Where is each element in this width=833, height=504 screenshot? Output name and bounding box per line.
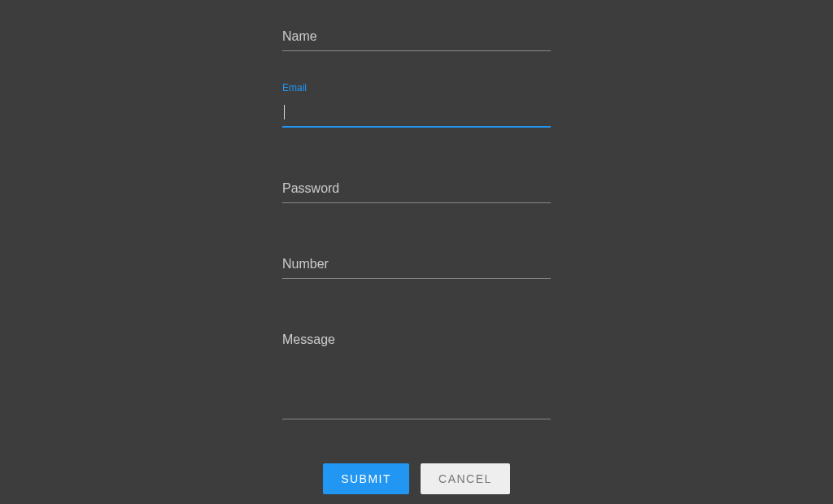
number-field-group [282,250,551,279]
message-field-group [282,326,551,423]
name-input[interactable] [282,23,551,51]
form-container: Email SUBMIT CANCEL [282,0,551,494]
number-input[interactable] [282,250,551,279]
cancel-button[interactable]: CANCEL [421,463,510,494]
password-input[interactable] [282,175,551,203]
password-field-group [282,175,551,203]
submit-button[interactable]: SUBMIT [323,463,409,494]
email-field-group: Email [282,98,551,128]
button-row: SUBMIT CANCEL [282,463,551,494]
text-cursor [284,105,285,119]
name-field-group [282,23,551,51]
message-input[interactable] [282,326,551,419]
email-label: Email [282,82,307,93]
email-input[interactable] [282,98,551,128]
